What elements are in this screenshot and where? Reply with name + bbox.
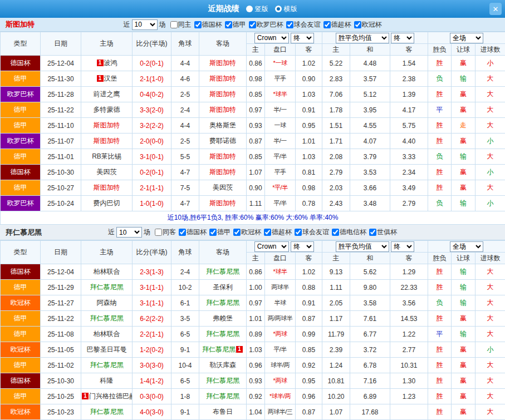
euro-draw-odds: 3.79 (350, 149, 390, 165)
home-team-cell[interactable]: 拜仁慕尼黑 (81, 280, 133, 295)
filter-德甲[interactable]: 德甲 (225, 20, 246, 29)
home-team-cell[interactable]: 柏林联合 (81, 264, 133, 280)
away-team-cell[interactable]: 斯图加特 (199, 71, 247, 87)
home-team-cell[interactable]: 斯图加特 (81, 118, 133, 134)
home-team-cell[interactable]: 前进之鹰 (81, 87, 133, 102)
filter-checkbox[interactable] (225, 21, 232, 28)
home-team-cell[interactable]: 1门兴格拉德巴赫 (81, 389, 133, 404)
filter-checkbox[interactable] (194, 21, 202, 28)
scope-select[interactable]: 全场 (450, 33, 483, 43)
home-team-cell[interactable]: 拜仁慕尼黑 (81, 358, 133, 373)
filter-同主[interactable]: 同主 (170, 20, 192, 29)
away-team-cell[interactable]: 拜仁慕尼黑1 (199, 342, 247, 358)
away-team-cell[interactable]: 布鲁日 (199, 404, 247, 420)
filter-checkbox-label: 德超杯 (331, 20, 351, 29)
home-team-cell[interactable]: 1汉堡 (81, 71, 133, 87)
filter-欧罗巴杯[interactable]: 欧罗巴杯 (249, 20, 283, 29)
handicap-final-select[interactable]: 终 (291, 33, 314, 43)
filter-球会友谊[interactable]: 球会友谊 (295, 228, 329, 237)
away-team-cell[interactable]: 圣保利 (199, 280, 247, 295)
filter-德电信杯[interactable]: 德电信杯 (332, 228, 366, 237)
match-row: 欧罗巴杯25-11-28前进之鹰0-4(0-2)2-5斯图加特0.85*球半1.… (1, 87, 505, 102)
filter-欧冠杯[interactable]: 欧冠杯 (233, 228, 261, 237)
away-team-cell[interactable]: 美因茨 (199, 180, 247, 196)
bookmaker-select[interactable]: Crown (254, 241, 289, 252)
away-team-cell[interactable]: 勒沃库森 (199, 358, 247, 373)
home-team-cell[interactable]: 阿森纳 (81, 295, 133, 311)
euro-draw-odds: 3.66 (350, 180, 390, 196)
filter-欧冠杯[interactable]: 欧冠杯 (354, 20, 382, 29)
filter-checkbox[interactable] (249, 21, 256, 28)
filter-德超杯[interactable]: 德超杯 (264, 228, 292, 237)
filter-checkbox[interactable] (354, 21, 361, 28)
handicap-away-odds: 1.02 (296, 264, 322, 280)
filter-德国杯[interactable]: 德国杯 (179, 228, 207, 237)
layout-radio-horizontal[interactable]: 横版 (275, 4, 297, 14)
away-team-cell[interactable]: 拜仁慕尼黑 (199, 389, 247, 404)
filter-checkbox[interactable] (155, 229, 162, 236)
home-team-cell[interactable]: 多特蒙德 (81, 102, 133, 118)
filter-checkbox[interactable] (233, 229, 241, 236)
filter-德甲[interactable]: 德甲 (209, 228, 231, 237)
away-team-cell[interactable]: 斯图加特 (199, 56, 247, 71)
home-team-cell[interactable]: 美因茨 (81, 165, 133, 180)
filter-checkbox[interactable] (286, 21, 293, 28)
away-team-cell[interactable]: 斯图加特 (199, 165, 247, 180)
home-team-cell[interactable]: 1波鸿 (81, 56, 133, 71)
away-team-cell[interactable]: 斯图加特 (199, 87, 247, 102)
filter-德超杯[interactable]: 德超杯 (323, 20, 351, 29)
odds-average-select[interactable]: 胜平负均值 (336, 33, 389, 43)
handicap-away-odds: 1.03 (296, 87, 322, 102)
home-team-cell[interactable]: 柏林联合 (81, 327, 133, 342)
home-team-cell[interactable]: 费内巴切 (81, 196, 133, 211)
home-team-cell[interactable]: 斯图加特 (81, 180, 133, 196)
home-team-cell[interactable]: 拜仁慕尼黑 (81, 311, 133, 327)
filter-checkbox[interactable] (369, 229, 376, 236)
bookmaker-select[interactable]: Crown (254, 33, 289, 43)
away-team-cell[interactable]: 拜仁慕尼黑 (199, 327, 247, 342)
odds-average-select[interactable]: 胜平负均值 (336, 241, 389, 252)
filter-checkbox[interactable] (295, 229, 302, 236)
filter-球会友谊[interactable]: 球会友谊 (286, 20, 321, 29)
handicap-line: *两球 (265, 327, 296, 342)
close-button[interactable]: ✕ (489, 3, 502, 15)
filter-checkbox[interactable] (323, 21, 331, 28)
col-ah-home: 主 (247, 253, 265, 264)
away-team-cell[interactable]: 斯图加特 (199, 102, 247, 118)
filter-checkbox[interactable] (264, 229, 271, 236)
away-team-cell[interactable]: 费耶诺德 (199, 134, 247, 149)
league-cell: 德甲 (1, 280, 41, 295)
corner-cell: 2-5 (171, 134, 199, 149)
home-team-cell[interactable]: 拜仁慕尼黑 (81, 404, 133, 420)
filter-同客[interactable]: 同客 (155, 228, 176, 237)
filter-checkbox[interactable] (209, 229, 217, 236)
away-team-cell[interactable]: 弗赖堡 (199, 311, 247, 327)
scope-select[interactable]: 全场 (450, 241, 483, 252)
euro-draw-odds: 3.53 (350, 165, 390, 180)
handicap-final-select[interactable]: 终 (291, 241, 314, 252)
home-team-cell[interactable]: RB莱比锡 (81, 149, 133, 165)
filter-checkbox[interactable] (170, 21, 178, 28)
layout-radio-vertical[interactable]: 竖版 (246, 4, 268, 14)
away-team-cell[interactable]: 奥格斯堡 (199, 118, 247, 134)
home-team-cell[interactable]: 巴黎圣日耳曼 (81, 342, 133, 358)
filter-checkbox[interactable] (332, 229, 339, 236)
filter-checkbox[interactable] (179, 229, 186, 236)
euro-final-select[interactable]: 终 (391, 241, 414, 252)
away-team-cell[interactable]: 拜仁慕尼黑 (199, 264, 247, 280)
away-team-cell[interactable]: 拜仁慕尼黑 (199, 373, 247, 389)
euro-home-odds: 1.78 (322, 102, 350, 118)
away-team-cell[interactable]: 斯图加特 (199, 149, 247, 165)
filter-世俱杯[interactable]: 世俱杯 (369, 228, 397, 237)
euro-final-select[interactable]: 终 (391, 33, 414, 43)
filter-德国杯[interactable]: 德国杯 (194, 20, 222, 29)
date-cell: 25-11-28 (41, 87, 81, 102)
home-team-cell[interactable]: 斯图加特 (81, 134, 133, 149)
away-team-cell[interactable]: 拜仁慕尼黑 (199, 295, 247, 311)
result-wdl: 胜 (428, 87, 452, 102)
match-count-select[interactable]: 10 (116, 227, 142, 238)
home-team-cell[interactable]: 科隆 (81, 373, 133, 389)
match-count-select[interactable]: 10 (132, 19, 158, 30)
team-name: 门兴格拉德巴赫 (89, 392, 133, 400)
away-team-cell[interactable]: 斯图加特 (199, 196, 247, 211)
